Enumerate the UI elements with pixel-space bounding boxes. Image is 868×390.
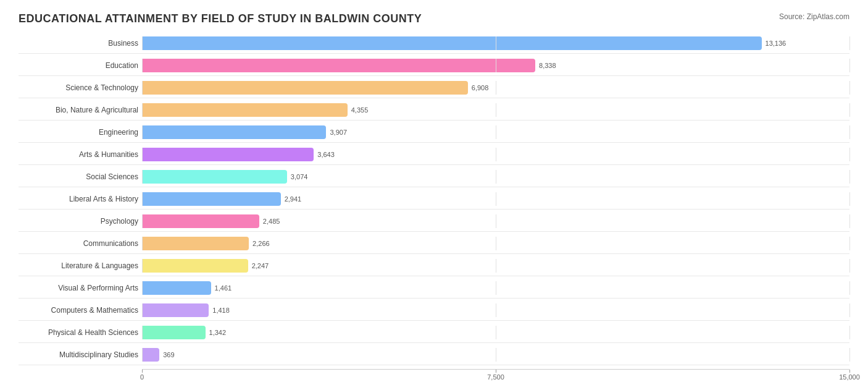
- bar-value: 3,907: [330, 129, 347, 136]
- bar-container: 13,136: [142, 36, 849, 50]
- bar-container: 3,074: [142, 170, 849, 184]
- bar-value: 1,461: [215, 284, 232, 292]
- bar-row: Communications 2,266: [19, 233, 849, 254]
- bar-label: Social Sciences: [19, 172, 142, 181]
- bar: [142, 348, 159, 362]
- chart-title: EDUCATIONAL ATTAINMENT BY FIELD OF STUDY…: [19, 12, 422, 25]
- bar-container: 2,247: [142, 259, 849, 273]
- bar-value: 1,418: [212, 307, 230, 314]
- bar-value: 2,247: [252, 262, 269, 269]
- bar-container: 4,355: [142, 103, 849, 117]
- grid-line: [849, 237, 850, 250]
- bar-label: Psychology: [19, 217, 142, 226]
- grid-line: [496, 281, 496, 295]
- bar-value: 4,355: [351, 106, 369, 114]
- grid-line: [849, 81, 850, 95]
- bar-container: 6,908: [142, 81, 849, 95]
- bar-row: Engineering 3,907: [19, 122, 849, 143]
- x-tick-line: [142, 370, 143, 373]
- bar: [142, 237, 249, 250]
- bar-row: Science & Technology 6,908: [19, 77, 849, 98]
- bar-value: 3,643: [317, 151, 335, 158]
- x-tick-line: [496, 370, 496, 373]
- grid-line: [496, 81, 496, 95]
- bar-label: Education: [19, 61, 142, 70]
- bar-label: Multidisciplinary Studies: [19, 350, 142, 359]
- bar-label: Communications: [19, 239, 142, 248]
- grid-line: [849, 303, 850, 317]
- bar-label: Engineering: [19, 128, 142, 137]
- bar-value: 13,136: [766, 40, 787, 47]
- grid-line: [496, 326, 496, 339]
- grid-line: [849, 192, 850, 206]
- grid-line: [496, 103, 496, 117]
- bar: [142, 259, 248, 273]
- bar: [142, 103, 348, 117]
- bar-container: 1,461: [142, 281, 849, 295]
- bar-row: Social Sciences 3,074: [19, 166, 849, 187]
- grid-line: [496, 148, 496, 161]
- chart-wrapper: EDUCATIONAL ATTAINMENT BY FIELD OF STUDY…: [19, 12, 849, 384]
- grid-line: [849, 103, 850, 117]
- bar-row: Physical & Health Sciences 1,342: [19, 322, 849, 343]
- bar: [142, 303, 209, 317]
- bar-container: 3,907: [142, 125, 849, 139]
- bar-value: 6,908: [472, 84, 489, 91]
- bar-container: 1,418: [142, 303, 849, 317]
- bar-row: Psychology 2,485: [19, 211, 849, 232]
- bar-container: 3,643: [142, 148, 849, 161]
- grid-line: [849, 59, 850, 72]
- grid-line: [849, 348, 850, 362]
- grid-line: [849, 125, 850, 139]
- bar: [142, 36, 762, 50]
- bar: [142, 59, 535, 72]
- grid-line: [849, 36, 850, 50]
- grid-line: [496, 303, 496, 317]
- grid-line: [496, 125, 496, 139]
- grid-line: [849, 148, 850, 161]
- bar-row: Computers & Mathematics 1,418: [19, 300, 849, 321]
- bar-row: Liberal Arts & History 2,941: [19, 189, 849, 210]
- bar-label: Liberal Arts & History: [19, 195, 142, 203]
- bar-container: 2,266: [142, 237, 849, 250]
- bar-value: 369: [163, 351, 174, 358]
- grid-line: [496, 259, 496, 273]
- grid-line: [849, 281, 850, 295]
- bar-value: 2,266: [252, 240, 270, 247]
- bar: [142, 125, 326, 139]
- bar-row: Arts & Humanities 3,643: [19, 144, 849, 165]
- bar-value: 2,941: [285, 195, 302, 203]
- bar: [142, 192, 281, 206]
- bar: [142, 81, 468, 95]
- bar-label: Computers & Mathematics: [19, 306, 142, 315]
- bar: [142, 326, 206, 339]
- bar-row: Bio, Nature & Agricultural 4,355: [19, 100, 849, 121]
- bar: [142, 170, 287, 184]
- bar-value: 8,338: [539, 62, 556, 69]
- x-tick-label: 7,500: [487, 373, 504, 381]
- bar: [142, 214, 259, 228]
- grid-line: [496, 237, 496, 250]
- grid-line: [496, 214, 496, 228]
- bar-chart: Business 13,136 Education 8,338 Science …: [19, 33, 849, 367]
- bar-label: Business: [19, 39, 142, 48]
- grid-line: [849, 326, 850, 339]
- x-tick-line: [849, 370, 850, 373]
- bar-label: Bio, Nature & Agricultural: [19, 106, 142, 114]
- grid-line: [849, 259, 850, 273]
- grid-line: [496, 348, 496, 362]
- x-tick-label: 0: [140, 373, 144, 381]
- bar-row: Education 8,338: [19, 55, 849, 76]
- bar-row: Literature & Languages 2,247: [19, 255, 849, 276]
- bar-container: 2,485: [142, 214, 849, 228]
- bar-row: Multidisciplinary Studies 369: [19, 344, 849, 365]
- bar-row: Visual & Performing Arts 1,461: [19, 278, 849, 299]
- bar-container: 369: [142, 348, 849, 362]
- bar: [142, 281, 211, 295]
- bar-value: 3,074: [291, 173, 308, 180]
- bar-label: Visual & Performing Arts: [19, 284, 142, 292]
- grid-line: [496, 192, 496, 206]
- bar-container: 8,338: [142, 59, 849, 72]
- bar: [142, 148, 314, 161]
- bar-label: Physical & Health Sciences: [19, 328, 142, 337]
